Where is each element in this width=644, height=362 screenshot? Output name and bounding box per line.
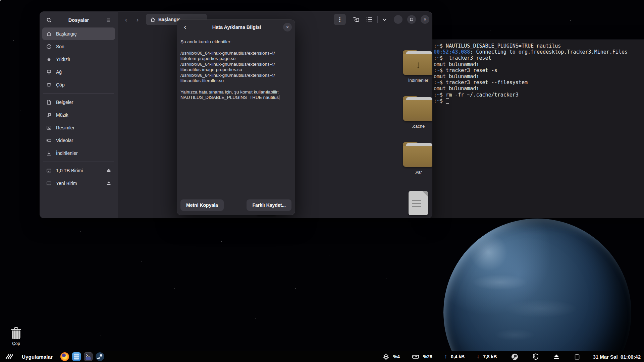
terminal-line: 00:52:43.088: Connecting to org.freedesk… — [434, 49, 644, 55]
folder-icon — [403, 96, 432, 121]
files-app-icon[interactable] — [72, 352, 81, 361]
sidebar-item-1-0-tb-birimi[interactable]: 1,0 TB Birimi — [42, 164, 115, 177]
app-title: Dosyalar — [68, 17, 89, 23]
sidebar-item-resimler[interactable]: Resimler — [42, 121, 115, 134]
drive-icon — [46, 180, 52, 186]
ram-percent: %28 — [423, 354, 432, 359]
cpu-percent: %4 — [393, 354, 400, 359]
close-button[interactable]: × — [421, 15, 429, 24]
taskbar: Uygulamalar %4 %28 ↑ 0,4 kB ↓ 7,8 kB — [0, 351, 644, 362]
dialog-back-icon[interactable]: ‹ — [180, 22, 190, 32]
debug-info-dialog: ‹ Hata Ayıklama Bilgisi × Şu anda kurulu… — [177, 19, 295, 215]
drive-icon — [46, 168, 52, 173]
dialog-note-text: Yalnızca hata sınama için, şu komut kull… — [180, 89, 292, 101]
clock[interactable]: 31 Mar Sal 01:00:42 — [593, 354, 641, 360]
terminal-line: :~$ — [434, 98, 644, 104]
list-view-icon[interactable] — [363, 14, 375, 25]
terminal-line: :~$ tracker3 reset — [434, 55, 644, 61]
sidebar-item-y-ld-zl-[interactable]: Yıldızlı — [42, 53, 115, 65]
shield-tray-icon[interactable] — [533, 353, 539, 360]
download-emblem-icon: ↓ — [416, 60, 421, 70]
firefox-icon[interactable] — [60, 352, 69, 361]
chevron-down-icon[interactable] — [380, 14, 389, 25]
net-down-value: 7,8 kB — [483, 354, 497, 359]
terminal-line: :~$ NAUTILUS_DISABLE_PLUGINS=TRUE nautil… — [434, 43, 644, 49]
eject-icon[interactable] — [106, 168, 111, 173]
terminal-output: :~$ NAUTILUS_DISABLE_PLUGINS=TRUE nautil… — [426, 40, 644, 104]
clipboard-tray-icon[interactable] — [574, 354, 580, 360]
hamburger-menu-icon[interactable]: ≡ — [103, 15, 114, 25]
file-item-profile[interactable]: .profile — [395, 188, 432, 218]
trash-icon — [46, 82, 52, 87]
terminal-line: :~$ rm -fr ~/.cache/tracker3 — [434, 92, 644, 98]
clock-icon — [46, 44, 52, 49]
file-item-dot-var[interactable]: .var — [395, 142, 432, 175]
terminal-cursor — [446, 98, 449, 104]
sidebar-item-i-ndirilenler[interactable]: İndirilenler — [42, 147, 115, 159]
eject-icon[interactable] — [106, 180, 111, 186]
ram-icon[interactable] — [412, 354, 419, 360]
text-caret — [279, 95, 279, 100]
kebab-menu-icon[interactable]: ⋮ — [334, 14, 346, 25]
image-icon — [46, 125, 52, 130]
back-icon[interactable]: ‹ — [121, 14, 131, 25]
minimize-button[interactable]: – — [394, 15, 402, 24]
save-as-button[interactable]: Farklı Kaydet... — [247, 199, 291, 211]
upload-arrow-icon: ↑ — [444, 354, 447, 360]
terminal-line: omut bulunamadı — [434, 85, 644, 92]
terminal-window[interactable]: :~$ NAUTILUS_DISABLE_PLUGINS=TRUE nautil… — [426, 40, 644, 218]
folder-icon — [403, 142, 432, 167]
search-location-icon[interactable] — [350, 14, 362, 25]
sidebar-item-a-[interactable]: Ağ — [42, 66, 115, 78]
trash-icon — [5, 327, 28, 339]
document-icon — [46, 99, 52, 105]
home-icon — [46, 31, 52, 37]
folder-icon: ↓ — [403, 50, 432, 75]
dialog-title: Hata Ayıklama Bilgisi — [190, 24, 283, 30]
sidebar-item-videolar[interactable]: Videolar — [42, 134, 115, 146]
dialog-body: Şu anda kurulu eklentiler: /usr/lib/x86_… — [177, 35, 295, 196]
sidebar-item-belgeler[interactable]: Belgeler — [42, 96, 115, 108]
forward-icon[interactable]: › — [132, 14, 143, 25]
maximize-button[interactable] — [407, 15, 416, 24]
search-icon[interactable] — [44, 15, 54, 25]
eject-tray-icon[interactable] — [553, 354, 559, 359]
taskbar-menu-icon[interactable] — [3, 352, 15, 361]
dialog-paths-text: /usr/lib/x86_64-linux-gnu/nautilus/exten… — [180, 51, 292, 84]
text-file-icon — [409, 191, 428, 215]
dialog-close-icon[interactable]: × — [283, 23, 292, 32]
cpu-icon[interactable] — [383, 353, 389, 360]
home-icon — [150, 17, 155, 22]
copy-text-button[interactable]: Metni Kopyala — [180, 199, 224, 211]
files-sidebar: Dosyalar ≡ Başlangıç Son Yıldızlı Ağ Çöp… — [40, 11, 118, 218]
sidebar-item-son[interactable]: Son — [42, 40, 115, 53]
sidebar-item-m-zik[interactable]: Müzik — [42, 109, 115, 121]
sidebar-item--p[interactable]: Çöp — [42, 78, 115, 91]
download-arrow-icon: ↓ — [477, 354, 479, 360]
steam-app-icon[interactable] — [96, 352, 104, 361]
dialog-intro-text: Şu anda kurulu eklentiler: — [180, 39, 292, 45]
sidebar-item-ba-lang-[interactable]: Başlangıç — [42, 27, 115, 40]
net-up-value: 0,4 kB — [451, 354, 465, 359]
trash-label: Çöp — [5, 341, 28, 346]
sidebar-item-yeni-birim[interactable]: Yeni Birim — [42, 177, 115, 189]
terminal-line: :~$ tracker3 reset --filesystem — [434, 79, 644, 85]
desktop-trash-shortcut[interactable]: Çöp — [5, 327, 28, 346]
terminal-line: :~$ tracker3 reset -s — [434, 67, 644, 73]
network-icon — [46, 69, 52, 75]
music-icon — [46, 112, 52, 118]
file-item-indirilenler[interactable]: ↓ İndirilenler — [395, 50, 432, 83]
terminal-line: omut bulunamadı — [434, 61, 644, 67]
steam-tray-icon[interactable] — [512, 354, 518, 360]
sidebar-list: Başlangıç Son Yıldızlı Ağ Çöp Belgeler M… — [42, 27, 115, 189]
star-icon — [46, 56, 52, 62]
video-icon — [46, 137, 52, 143]
terminal-line: omut bulunamadı — [434, 73, 644, 79]
applications-menu[interactable]: Uygulamalar — [22, 354, 53, 360]
terminal-app-icon[interactable] — [84, 352, 93, 361]
download-icon — [46, 150, 52, 156]
file-item-dot-cache[interactable]: .cache — [395, 96, 432, 129]
